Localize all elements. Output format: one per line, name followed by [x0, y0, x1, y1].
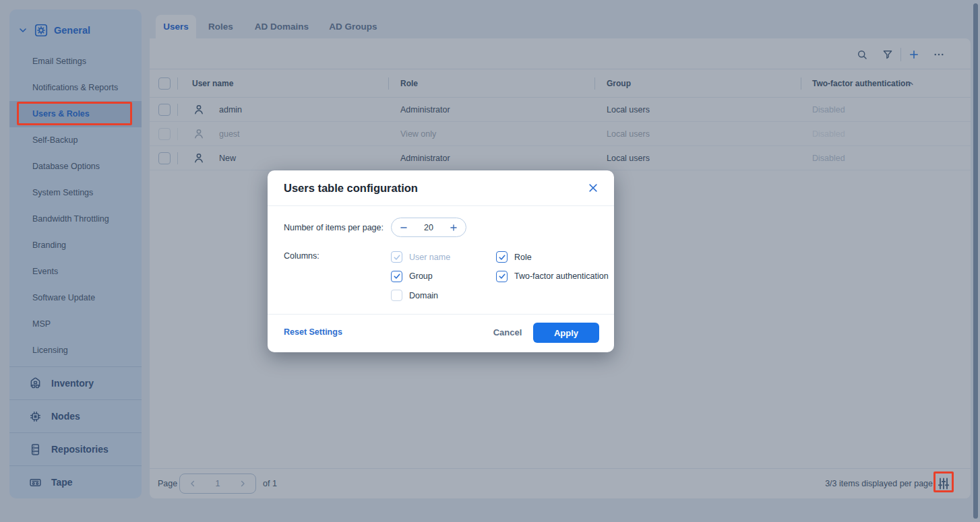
annotation-box-users-roles — [17, 102, 132, 125]
items-per-page-label: Number of items per page: — [284, 223, 384, 232]
minus-icon[interactable] — [399, 223, 408, 232]
checkbox-checked-icon — [391, 271, 402, 282]
checkbox-group[interactable]: Group — [391, 270, 496, 283]
dialog-divider — [268, 205, 614, 206]
plus-icon[interactable] — [449, 223, 458, 232]
checkbox-checked-icon — [391, 251, 402, 263]
items-per-page-value[interactable]: 20 — [424, 223, 433, 232]
columns-label: Columns: — [284, 251, 319, 261]
checkbox-domain[interactable]: Domain — [391, 289, 496, 302]
checkbox-checked-icon — [496, 251, 508, 263]
checkbox-two-factor[interactable]: Two-factor authentication — [496, 270, 609, 283]
close-icon[interactable] — [587, 182, 599, 194]
users-table-configuration-dialog: Users table configuration Number of item… — [268, 170, 614, 352]
column-options: User name Role Group Two-factor authenti… — [391, 251, 609, 302]
dialog-title: Users table configuration — [284, 182, 418, 195]
app-root: General Email Settings Notifications & R… — [0, 0, 980, 522]
checkbox-unchecked-icon — [391, 290, 402, 301]
annotation-box-table-config — [933, 471, 954, 492]
items-per-page-stepper: 20 — [391, 218, 466, 237]
cancel-button[interactable]: Cancel — [487, 327, 528, 337]
reset-settings-link[interactable]: Reset Settings — [284, 327, 342, 337]
checkbox-user-name[interactable]: User name — [391, 251, 496, 263]
checkbox-role[interactable]: Role — [496, 251, 609, 263]
dialog-divider — [268, 314, 614, 315]
apply-button[interactable]: Apply — [533, 323, 599, 343]
checkbox-checked-icon — [496, 271, 508, 282]
